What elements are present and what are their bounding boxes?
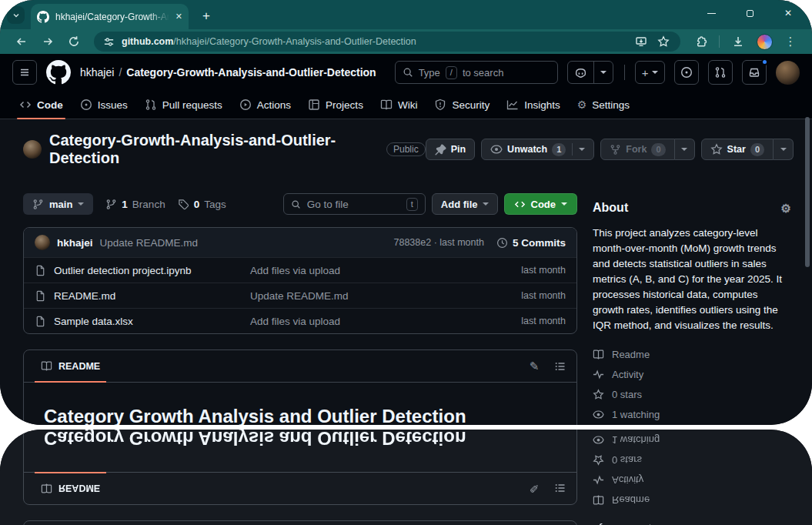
forward-icon [42,35,54,48]
outline-button[interactable] [549,355,572,378]
create-new-button[interactable]: + [635,61,665,84]
copilot-dropdown[interactable] [593,62,613,83]
star-button[interactable]: Star 0 [701,139,774,160]
commit-message[interactable]: Update README.md [100,237,199,249]
edit-readme-button[interactable]: ✎ [523,355,546,378]
url-path: /hkhajei/Category-Growth-Analysis-and-Ou… [173,36,416,47]
browser-tab[interactable]: hkhajei/Category-Growth-Anal ✕ [31,4,189,29]
tab-readme[interactable]: README [35,350,106,382]
table-row[interactable]: Sample data.xlsx Add files via upload la… [24,308,576,333]
tags-link[interactable]: 0Tags [178,199,226,210]
breadcrumb-owner[interactable]: hkhajei [80,66,114,79]
tag-icon [178,199,189,210]
add-file-button[interactable]: Add file [432,193,498,215]
copilot-segment[interactable] [568,62,593,83]
downloads-button[interactable] [727,31,749,52]
about-heading: About [593,201,628,215]
file-browser-card: hkhajei Update README.md 78838e2 · last … [23,520,577,525]
commit-sha-time[interactable]: 78838e2 · last month [394,237,484,248]
back-button[interactable] [11,31,32,52]
caret-down-icon[interactable] [579,148,585,151]
hamburger-menu-button[interactable] [12,60,37,85]
extensions-button[interactable] [690,31,711,52]
commit-author[interactable]: hkhajei [57,237,93,249]
commit-history-link[interactable]: 5 Commits [496,237,566,249]
slash-keycap: / [446,66,457,79]
pin-button[interactable]: Pin [426,139,475,160]
tab-wiki[interactable]: Wiki [372,91,426,119]
file-commit-message[interactable]: Add files via upload [250,265,521,276]
bookmark-button[interactable] [656,34,671,49]
fork-dropdown[interactable] [675,139,695,160]
readme-link[interactable]: Readme [593,349,791,360]
file-name[interactable]: Outlier detection project.ipynb [54,265,250,276]
issues-dashboard-button[interactable] [674,60,699,85]
star-button-group: Star 0 [701,139,794,160]
forward-button[interactable] [37,31,58,52]
global-search-input[interactable]: Type / to search [395,61,558,84]
repo-content: main 1Branch 0Tags [0,179,812,425]
new-tab-button[interactable]: + [197,7,216,25]
minimize-button[interactable] [700,3,723,23]
back-icon [15,35,28,48]
file-commit-message[interactable]: Add files via upload [250,316,521,327]
fork-button-group: Fork 0 [600,139,694,160]
copilot-button[interactable] [567,61,613,84]
tab-close-icon[interactable]: ✕ [175,12,182,22]
github-logo[interactable] [46,60,71,85]
list-icon [554,483,566,495]
screenshot-stage: hkhajei/Category-Growth-Anal ✕ + ✕ [0,0,812,525]
table-row[interactable]: README.md Update README.md last month [24,283,576,308]
address-bar[interactable]: github.com/hkhajei/Category-Growth-Analy… [94,32,680,52]
tab-issues[interactable]: Issues [72,91,136,119]
graph-icon [506,99,519,111]
star-dropdown[interactable] [774,139,794,160]
chevron-down-icon [12,11,21,20]
reload-button[interactable] [63,31,85,52]
list-icon [554,360,566,373]
about-settings-gear-icon[interactable]: ⚙ [781,202,791,214]
tab-pull-requests[interactable]: Pull requests [136,91,231,119]
breadcrumb-repo[interactable]: Category-Growth-Analysis-and-Outlier-Det… [126,66,376,79]
breadcrumb-separator: / [119,66,122,79]
watching-link[interactable]: 1 watching [593,409,791,420]
fork-button[interactable]: Fork 0 [600,139,674,160]
unwatch-button[interactable]: Unwatch 1 [481,139,594,160]
activity-link[interactable]: Activity [593,369,791,380]
tab-projects[interactable]: Projects [299,91,372,119]
browser-menu-button[interactable]: ⋮ [780,31,801,52]
repo-owner-avatar[interactable] [23,140,42,159]
go-to-file-input[interactable]: Go to file t [283,193,426,215]
pulse-icon [593,474,604,486]
tab-settings[interactable]: ⚙ Settings [569,91,638,119]
profile-button[interactable] [754,31,775,52]
tab-insights[interactable]: Insights [498,91,569,119]
close-window-button[interactable]: ✕ [777,3,800,23]
tab-search-button[interactable] [7,6,25,24]
star-icon [593,454,604,466]
pull-requests-dashboard-button[interactable] [708,60,733,85]
page-scrollbar[interactable] [805,117,810,267]
tab-actions[interactable]: Actions [231,91,299,119]
code-button[interactable]: Code [504,193,578,215]
window-controls: ✕ [700,3,800,23]
stars-link[interactable]: 0 stars [593,389,791,400]
toolbar-divider [719,35,720,48]
commit-author-avatar[interactable] [35,235,50,250]
branches-link[interactable]: 1Branch [105,199,165,210]
file-commit-time: last month [521,290,566,301]
issue-opened-icon [80,99,92,111]
file-commit-message[interactable]: Update README.md [250,290,521,302]
file-name[interactable]: Sample data.xlsx [54,316,250,327]
tab-code[interactable]: Code [11,91,72,119]
install-app-button[interactable] [633,34,649,49]
user-avatar[interactable] [776,61,800,85]
repo-title[interactable]: Category-Growth-Analysis-and-Outlier-Det… [49,132,379,167]
tab-security[interactable]: Security [426,91,498,119]
inbox-button[interactable] [742,60,767,85]
file-name[interactable]: README.md [54,290,250,302]
restore-button[interactable] [738,3,761,23]
caret-down-icon [483,202,489,206]
table-row[interactable]: Outlier detection project.ipynb Add file… [24,257,576,283]
branch-selector[interactable]: main [23,193,93,215]
